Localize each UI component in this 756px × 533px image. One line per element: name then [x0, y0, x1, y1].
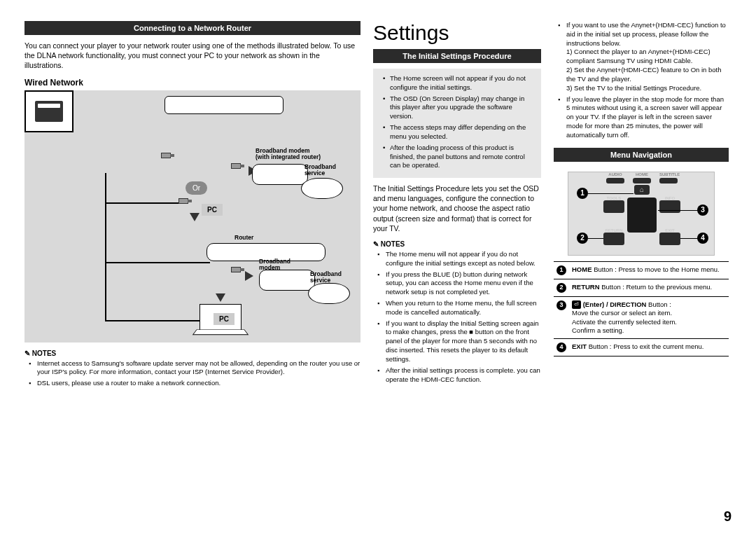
enter-key-icon: ⏎	[572, 300, 581, 309]
note-item: If you want to use the Anynet+(HDMI-CEC)…	[566, 21, 729, 93]
section-bar-menu-nav: Menu Navigation	[554, 148, 729, 162]
notes-heading-left: NOTES	[24, 349, 360, 357]
table-row: 3 ⏎ (Enter) / DIRECTION Button :Move the…	[554, 296, 729, 339]
pc-label-1: PC	[202, 204, 223, 216]
callout-2: 2	[577, 233, 588, 244]
section-bar-initial: The Initial Settings Procedure	[373, 49, 541, 63]
home-button-icon	[634, 185, 650, 195]
callout-1: 1	[577, 188, 588, 199]
direction-pad-icon	[627, 198, 657, 233]
label-home: HOME	[633, 172, 651, 176]
label-bbmodem: Broadband modem	[259, 258, 294, 272]
page-number: 9	[724, 508, 732, 525]
pc-label-2: PC	[214, 313, 234, 325]
cell-desc: HOME Button : Press to move to the Home …	[569, 261, 729, 279]
subhead-wired: Wired Network	[24, 78, 360, 88]
notes-list-right-top: If you want to use the Anynet+(HDMI-CEC)…	[566, 21, 729, 142]
modem-icon	[259, 270, 315, 291]
note-item: When you return to the Home menu, the fu…	[386, 299, 541, 317]
wired-network-diagram: Or Broadband modem (with integrated rout…	[24, 90, 360, 342]
column-left: Connecting to a Network Router You can c…	[24, 21, 360, 390]
label-bbservice-2: Broadband service	[310, 271, 342, 284]
remote-diagram: AUDIO HOME SUBTITLE TOOLS INFO RETURN EX…	[568, 172, 715, 256]
exit-button-icon	[659, 233, 680, 245]
table-row: 2 RETURN Button : Return to the previous…	[554, 279, 729, 296]
callout-4: 4	[697, 233, 708, 244]
gray-item: The OSD (On Screen Display) may change i…	[384, 95, 534, 121]
callout-3: 3	[697, 205, 708, 216]
label-info: INFO	[659, 196, 680, 200]
notes-list-left: Internet access to Samsung's software up…	[37, 359, 360, 390]
label-router: Router	[234, 235, 253, 241]
notes-heading-mid: NOTES	[373, 240, 541, 248]
label-subtitle: SUBTITLE	[659, 172, 678, 176]
label-modem-integrated: Broadband modem (with integrated router)	[255, 148, 321, 161]
cloud-icon-2	[308, 283, 350, 304]
intro-text: You can connect your player to your netw…	[24, 41, 360, 71]
label-return: RETURN	[603, 228, 624, 233]
info-button-icon	[659, 200, 680, 213]
gray-item: The access steps may differ depending on…	[384, 123, 534, 141]
notes-list-mid: The Home menu will not appear if you do …	[386, 250, 541, 386]
ethernet-port-icon	[24, 90, 74, 132]
note-item: If you want to display the Initial Setti…	[386, 319, 541, 364]
tools-button-icon	[603, 200, 624, 213]
gray-info-box: The Home screen will not appear if you d…	[373, 69, 541, 178]
table-row: 4 EXIT Button : Press to exit the curren…	[554, 339, 729, 357]
manual-page: Connecting to a Network Router You can c…	[24, 21, 732, 390]
note-item: The Home menu will not appear if you do …	[386, 250, 541, 268]
menu-nav-table: 1 HOME Button : Press to move to the Hom…	[554, 261, 729, 357]
note-item: If you leave the player in the stop mode…	[566, 95, 729, 140]
column-middle: Settings The Initial Settings Procedure …	[373, 21, 541, 390]
label-exit: EXIT	[659, 228, 680, 233]
note-item: DSL users, please use a router to make a…	[37, 379, 360, 388]
cell-desc: RETURN Button : Return to the previous m…	[569, 279, 729, 296]
note-item: After the initial settings process is co…	[386, 366, 541, 385]
gray-item: After the loading process of this produc…	[384, 144, 534, 170]
label-tools: TOOLS	[603, 196, 624, 200]
gray-item: The Home screen will not appear if you d…	[384, 74, 534, 92]
cell-desc: ⏎ (Enter) / DIRECTION Button :Move the c…	[569, 296, 729, 339]
initial-settings-paragraph: The Initial Settings Procedure lets you …	[373, 184, 541, 233]
note-item: If you press the BLUE (D) button during …	[386, 270, 541, 297]
return-button-icon	[603, 233, 624, 245]
cell-desc: EXIT Button : Press to exit the current …	[569, 339, 729, 357]
settings-title: Settings	[373, 21, 541, 45]
note-item: Internet access to Samsung's software up…	[37, 359, 360, 378]
label-bbservice-1: Broadband service	[304, 164, 336, 177]
table-row: 1 HOME Button : Press to move to the Hom…	[554, 261, 729, 279]
label-audio: AUDIO	[606, 172, 624, 176]
cloud-icon	[301, 178, 343, 199]
column-right: If you want to use the Anynet+(HDMI-CEC)…	[554, 21, 729, 390]
modem-integrated-icon	[252, 164, 308, 185]
section-bar-connecting: Connecting to a Network Router	[24, 21, 360, 35]
or-label: Or	[186, 181, 207, 195]
